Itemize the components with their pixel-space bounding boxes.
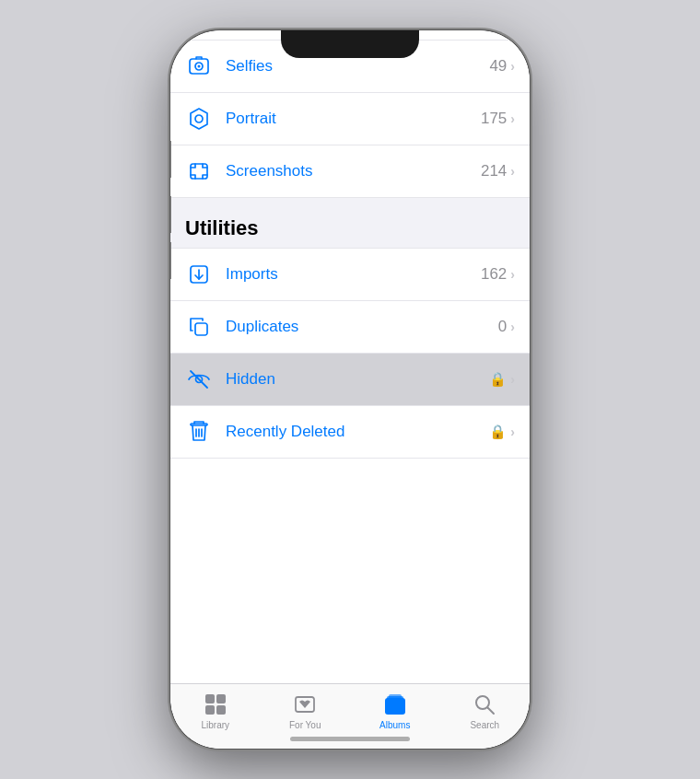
list-item-imports[interactable]: Imports 162 › (170, 248, 530, 301)
duplicates-label: Duplicates (226, 318, 498, 336)
recently-deleted-chevron: › (510, 424, 515, 439)
portrait-label: Portrait (226, 110, 481, 128)
duplicates-chevron: › (510, 320, 515, 334)
svg-rect-14 (205, 694, 215, 703)
duplicates-right: 0 › (498, 318, 515, 336)
screenshots-icon (185, 157, 213, 185)
list-item-screenshots[interactable]: Screenshots 214 › (170, 145, 530, 198)
screenshots-count: 214 (481, 162, 507, 180)
albums-tab-label: Albums (379, 720, 410, 730)
tab-for-you[interactable]: For You (261, 692, 351, 730)
albums-tab-icon (382, 692, 408, 717)
recently-deleted-icon (185, 418, 213, 446)
portrait-count: 175 (481, 110, 507, 128)
portrait-icon (185, 105, 213, 133)
hidden-right: 🔒 › (489, 371, 515, 388)
content-area: Selfies 49 › Portrait 17 (170, 30, 530, 749)
notch (281, 30, 419, 58)
portrait-right: 175 › (481, 110, 515, 128)
imports-right: 162 › (481, 265, 515, 284)
svg-point-3 (195, 115, 203, 122)
hidden-label: Hidden (226, 370, 489, 389)
list-item-hidden[interactable]: Hidden 🔒 › (170, 354, 530, 406)
list-item-duplicates[interactable]: Duplicates 0 › (170, 301, 530, 354)
tab-search[interactable]: Search (440, 692, 531, 730)
imports-label: Imports (226, 265, 481, 284)
imports-chevron: › (510, 267, 515, 282)
phone-shell: Selfies 49 › Portrait 17 (170, 30, 530, 749)
selfies-label: Selfies (226, 57, 489, 76)
for-you-tab-label: For You (289, 720, 321, 730)
library-tab-icon (203, 692, 228, 717)
for-you-tab-icon (292, 692, 318, 717)
svg-rect-21 (387, 696, 403, 702)
svg-point-2 (198, 65, 201, 68)
selfies-icon (185, 52, 213, 80)
duplicates-count: 0 (498, 318, 507, 336)
svg-rect-15 (216, 694, 226, 703)
recently-deleted-lock-icon: 🔒 (489, 424, 507, 440)
utilities-section-header: Utilities (170, 198, 530, 248)
scroll-content: Selfies 49 › Portrait 17 (170, 30, 530, 683)
screen: Selfies 49 › Portrait 17 (170, 30, 530, 749)
recently-deleted-label: Recently Deleted (226, 423, 489, 441)
duplicates-icon (185, 313, 213, 341)
hidden-icon (185, 366, 213, 393)
svg-line-23 (488, 708, 495, 715)
tab-albums[interactable]: Albums (350, 692, 440, 730)
hidden-chevron: › (510, 372, 515, 387)
hidden-lock-icon: 🔒 (489, 371, 507, 388)
search-tab-label: Search (470, 720, 499, 730)
svg-line-9 (191, 371, 207, 388)
list-item-recently-deleted[interactable]: Recently Deleted 🔒 › (170, 406, 530, 459)
svg-rect-7 (195, 323, 207, 335)
svg-rect-16 (205, 705, 215, 715)
screenshots-right: 214 › (481, 162, 515, 180)
portrait-chevron: › (510, 111, 515, 126)
svg-rect-17 (216, 705, 226, 715)
screenshots-chevron: › (510, 164, 515, 179)
imports-count: 162 (481, 265, 507, 284)
list-item-portrait[interactable]: Portrait 175 › (170, 93, 530, 145)
imports-icon (185, 261, 213, 288)
selfies-right: 49 › (489, 57, 515, 76)
utilities-title: Utilities (185, 216, 258, 239)
svg-rect-4 (191, 164, 207, 179)
screenshots-label: Screenshots (226, 162, 481, 180)
home-indicator (290, 737, 410, 741)
selfies-count: 49 (489, 57, 507, 76)
search-tab-icon (472, 692, 497, 717)
library-tab-label: Library (201, 720, 229, 730)
recently-deleted-right: 🔒 › (489, 424, 515, 440)
selfies-chevron: › (510, 59, 515, 74)
tab-library[interactable]: Library (170, 692, 261, 730)
